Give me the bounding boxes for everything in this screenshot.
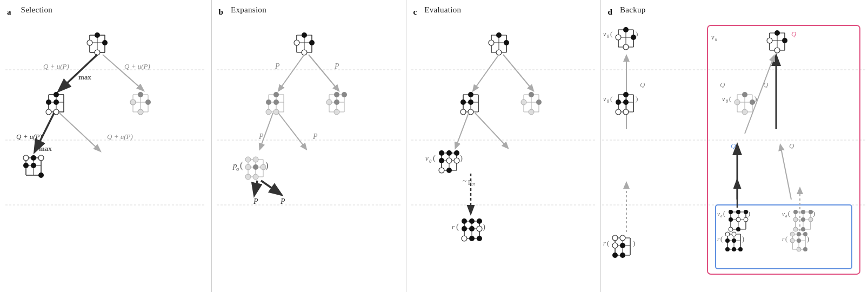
svg-text:σ: σ <box>236 166 239 172</box>
svg-text:Q: Q <box>640 81 645 89</box>
section-d: d Backup <box>601 0 868 292</box>
main-container: a Selection <box>0 0 868 292</box>
section-b-diagram: P P <box>217 21 400 281</box>
section-c-letter: c <box>413 8 417 17</box>
svg-point-127 <box>245 174 251 180</box>
section-c-diagram: v θ ( ) <box>411 21 595 281</box>
svg-point-64 <box>31 163 36 168</box>
svg-point-44 <box>145 99 151 105</box>
svg-text:(: ( <box>433 154 436 163</box>
svg-point-188 <box>446 150 452 156</box>
svg-point-124 <box>245 164 251 170</box>
svg-point-257 <box>623 109 629 115</box>
svg-line-112 <box>278 113 306 149</box>
svg-text:P: P <box>275 62 280 70</box>
svg-text:θ: θ <box>785 214 787 218</box>
svg-point-80 <box>309 40 315 45</box>
svg-point-273 <box>620 243 625 248</box>
svg-point-304 <box>742 92 747 97</box>
svg-point-62 <box>31 155 36 161</box>
svg-text:r: r <box>603 240 606 247</box>
svg-point-275 <box>620 253 625 258</box>
svg-text:θ: θ <box>607 34 609 39</box>
section-a-title: Selection <box>21 5 53 15</box>
svg-text:): ) <box>483 222 485 231</box>
svg-text:(: ( <box>785 235 787 243</box>
svg-point-235 <box>623 27 629 32</box>
svg-point-370 <box>732 247 736 251</box>
svg-line-85 <box>279 55 304 90</box>
svg-line-150 <box>503 55 533 90</box>
svg-point-194 <box>446 168 452 173</box>
svg-point-147 <box>489 40 494 45</box>
svg-text:(: ( <box>240 161 243 170</box>
svg-point-106 <box>326 99 332 105</box>
svg-point-35 <box>46 109 51 115</box>
svg-point-160 <box>460 99 466 105</box>
svg-text:): ) <box>636 95 638 103</box>
svg-point-171 <box>536 99 542 105</box>
svg-point-81 <box>294 40 299 45</box>
svg-text:(: ( <box>456 222 459 231</box>
svg-text:Q: Q <box>731 142 736 150</box>
svg-point-383 <box>790 232 794 236</box>
svg-point-347 <box>809 210 813 214</box>
svg-text:): ) <box>813 210 815 217</box>
section-b: b Expansion P <box>212 0 406 292</box>
section-b-letter: b <box>219 8 223 17</box>
section-c: c Evaluation <box>406 0 601 292</box>
svg-text:v: v <box>722 95 725 103</box>
svg-point-328 <box>729 217 733 222</box>
svg-point-193 <box>439 168 444 173</box>
section-c-title: Evaluation <box>424 5 461 15</box>
svg-point-173 <box>529 109 534 115</box>
svg-text:θ: θ <box>429 158 432 164</box>
svg-text:Q + u(P): Q + u(P) <box>16 132 42 141</box>
svg-point-352 <box>801 227 805 231</box>
svg-point-217 <box>477 236 482 241</box>
svg-text:): ) <box>636 30 638 38</box>
svg-text:): ) <box>265 161 268 170</box>
svg-text:v: v <box>425 154 429 162</box>
svg-point-345 <box>793 210 798 214</box>
svg-point-349 <box>801 217 805 222</box>
svg-text:P: P <box>280 197 285 205</box>
svg-point-79 <box>302 32 307 38</box>
svg-text:r: r <box>452 223 455 231</box>
svg-point-256 <box>616 109 621 115</box>
svg-point-331 <box>729 227 733 231</box>
svg-point-97 <box>273 109 279 115</box>
svg-text:Q + u(P): Q + u(P) <box>124 62 150 70</box>
svg-text:max: max <box>78 73 91 81</box>
svg-text:Q: Q <box>791 30 797 38</box>
section-d-title: Backup <box>620 5 646 15</box>
svg-point-96 <box>266 109 271 115</box>
svg-point-365 <box>725 232 730 236</box>
svg-line-175 <box>475 113 508 148</box>
svg-point-209 <box>462 218 467 224</box>
svg-point-15 <box>87 40 92 45</box>
svg-line-132 <box>255 181 257 194</box>
svg-point-216 <box>469 236 475 241</box>
svg-point-366 <box>732 232 736 236</box>
svg-point-346 <box>801 210 805 214</box>
svg-point-270 <box>612 235 618 241</box>
svg-point-288 <box>774 48 780 53</box>
svg-text:Q: Q <box>789 142 794 150</box>
svg-line-313 <box>780 145 791 200</box>
svg-text:P: P <box>334 62 339 70</box>
svg-point-161 <box>468 99 473 105</box>
svg-point-123 <box>253 157 258 162</box>
svg-point-255 <box>623 99 629 105</box>
svg-point-285 <box>774 30 780 36</box>
svg-point-253 <box>623 92 629 97</box>
svg-point-95 <box>273 99 279 105</box>
svg-point-94 <box>266 99 271 105</box>
svg-point-125 <box>253 164 258 170</box>
svg-point-108 <box>334 109 339 115</box>
section-a-diagram: Q + u(P) Q + u(P) max <box>5 21 205 281</box>
svg-point-105 <box>342 92 347 97</box>
svg-text:(: ( <box>607 239 609 247</box>
svg-line-149 <box>473 55 499 90</box>
svg-point-367 <box>725 238 730 243</box>
